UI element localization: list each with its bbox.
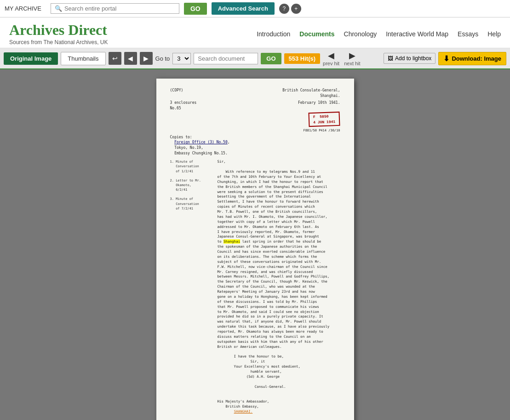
next-block: ▶ next hit (344, 51, 360, 66)
nav-introduction[interactable]: Introduction (257, 30, 290, 38)
site-title: Archives Direct (9, 22, 108, 38)
highlight-shanghai: Shanghai (223, 239, 240, 244)
goto-select[interactable]: 3 1 2 4 5 (172, 53, 191, 64)
site-subtitle: Sources from The National Archives, UK (9, 39, 108, 45)
nav-world-map[interactable]: Interactive World Map (386, 30, 448, 38)
hits-badge: 553 Hit(s) (284, 53, 321, 64)
thumbnails-button[interactable]: Thumbnails (61, 52, 105, 65)
nav-chronology[interactable]: Chronology (344, 30, 377, 38)
site-title-block: Archives Direct Sources from The Nationa… (9, 22, 108, 45)
info-button[interactable]: + (291, 4, 301, 14)
search-portal-container: 🔍 (51, 3, 179, 14)
lightbox-button[interactable]: 🖼 Add to lightbox (384, 53, 436, 64)
doc-copy-label: (COPY) (170, 88, 183, 98)
download-button[interactable]: ⬇ Download: Image (438, 52, 506, 65)
lightbox-label: Add to lightbox (395, 55, 431, 62)
doc-left-margin: 1. Minute of Conversation of 1/2/41 2. L… (170, 159, 214, 414)
back-button[interactable]: ↩ (109, 52, 121, 65)
prev-page-button[interactable]: ◀ (124, 52, 137, 65)
lightbox-icon: 🖼 (388, 55, 393, 62)
nav-help[interactable]: Help (487, 30, 501, 38)
doc-enclosures: 3 enclosures No.65 (170, 100, 197, 111)
toolbar: Original Image Thumbnails ↩ ◀ ▶ Go to 3 … (0, 48, 510, 69)
doc-stamp: F 58504 JUN 1941 (309, 111, 340, 127)
nav-documents[interactable]: Documents (299, 30, 334, 38)
advanced-search-button[interactable]: Advanced Search (212, 2, 275, 15)
prev-hit-button[interactable]: ◀ (326, 51, 336, 61)
search-portal-input[interactable] (64, 5, 175, 12)
download-label: Download: Image (452, 55, 501, 62)
main-nav: Introduction Documents Chronology Intera… (257, 30, 501, 38)
next-hit-label: next hit (344, 61, 360, 66)
document-paper: (COPY) British Consulate-General,Shangha… (156, 79, 354, 420)
help-icons: ? + (279, 4, 301, 14)
doc-fileref: F881/50 P414 /30/10 (170, 128, 340, 133)
portal-go-button[interactable]: GO (184, 3, 207, 15)
search-document-input[interactable] (194, 53, 258, 64)
my-archive-label: MY ARCHIVE (5, 5, 41, 12)
goto-label: Go to (155, 55, 170, 62)
next-page-button[interactable]: ▶ (140, 52, 153, 65)
next-hit-button[interactable]: ▶ (347, 51, 357, 61)
search-icon: 🔍 (55, 5, 62, 12)
doc-copies: Copies to: Foreign Office (3) No.50, Tok… (170, 135, 340, 156)
doc-header-location: British Consulate-General,Shanghai. (282, 88, 340, 98)
document-area: (COPY) British Consulate-General,Shangha… (0, 69, 510, 420)
prev-next-container: ◀ prev hit ▶ next hit (323, 51, 361, 66)
prev-block: ◀ prev hit (323, 51, 339, 66)
search-document-go-button[interactable]: GO (261, 53, 281, 64)
header: Archives Direct Sources from The Nationa… (0, 17, 510, 48)
download-icon: ⬇ (443, 54, 449, 63)
prev-hit-label: prev hit (323, 61, 339, 66)
nav-essays[interactable]: Essays (458, 30, 478, 38)
doc-body: Sir, With reference to my telegrams Nos.… (218, 159, 340, 414)
top-bar: MY ARCHIVE 🔍 GO Advanced Search ? + (0, 0, 510, 17)
help-button[interactable]: ? (279, 4, 289, 14)
original-image-button[interactable]: Original Image (4, 52, 58, 65)
doc-date: February 10th 1941. (298, 100, 340, 111)
